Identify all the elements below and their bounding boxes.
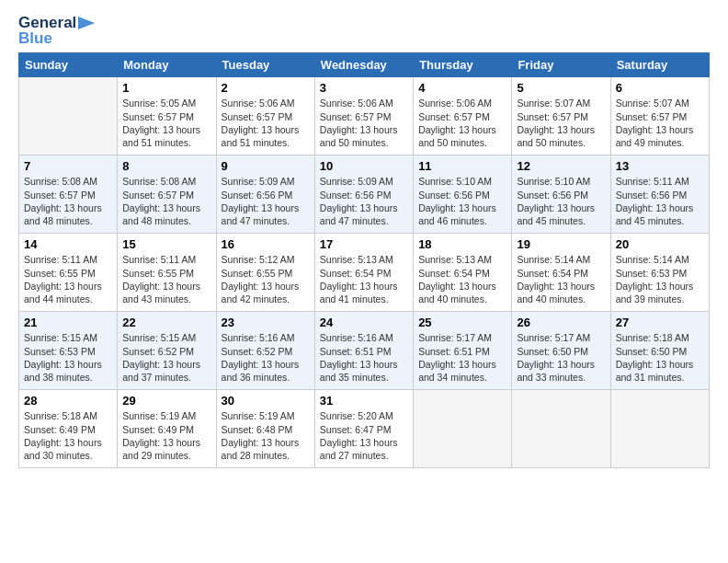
day-info: Sunrise: 5:08 AMSunset: 6:57 PMDaylight:…	[24, 175, 112, 227]
calendar-cell: 13Sunrise: 5:11 AMSunset: 6:56 PMDayligh…	[610, 155, 709, 234]
calendar-cell: 11Sunrise: 5:10 AMSunset: 6:56 PMDayligh…	[414, 155, 512, 234]
calendar-cell: 19Sunrise: 5:14 AMSunset: 6:54 PMDayligh…	[512, 234, 610, 312]
day-info: Sunrise: 5:13 AMSunset: 6:54 PMDaylight:…	[320, 253, 408, 305]
calendar-cell: 26Sunrise: 5:17 AMSunset: 6:50 PMDayligh…	[512, 312, 610, 390]
calendar-cell: 27Sunrise: 5:18 AMSunset: 6:50 PMDayligh…	[610, 312, 709, 390]
day-info: Sunrise: 5:11 AMSunset: 6:56 PMDaylight:…	[616, 175, 704, 227]
day-number: 30	[222, 394, 310, 408]
day-info: Sunrise: 5:09 AMSunset: 6:56 PMDaylight:…	[320, 175, 408, 227]
day-number: 17	[320, 237, 408, 251]
week-row: 1Sunrise: 5:05 AMSunset: 6:57 PMDaylight…	[19, 77, 710, 155]
day-number: 31	[320, 394, 408, 408]
day-info: Sunrise: 5:06 AMSunset: 6:57 PMDaylight:…	[418, 97, 506, 149]
calendar-cell: 25Sunrise: 5:17 AMSunset: 6:51 PMDayligh…	[414, 312, 512, 390]
day-number: 16	[222, 237, 310, 251]
calendar-cell: 16Sunrise: 5:12 AMSunset: 6:55 PMDayligh…	[216, 234, 314, 312]
day-info: Sunrise: 5:18 AMSunset: 6:49 PMDaylight:…	[24, 409, 112, 462]
day-number: 10	[320, 159, 408, 173]
day-number: 12	[517, 159, 605, 173]
day-number: 24	[320, 316, 408, 329]
day-info: Sunrise: 5:11 AMSunset: 6:55 PMDaylight:…	[24, 253, 112, 305]
day-number: 26	[517, 316, 605, 329]
weekday-header-row: SundayMondayTuesdayWednesdayThursdayFrid…	[19, 53, 710, 77]
day-number: 20	[616, 237, 704, 251]
day-info: Sunrise: 5:06 AMSunset: 6:57 PMDaylight:…	[222, 97, 310, 149]
logo-arrow-icon	[78, 17, 95, 29]
calendar-cell: 17Sunrise: 5:13 AMSunset: 6:54 PMDayligh…	[314, 234, 413, 312]
calendar-cell: 23Sunrise: 5:16 AMSunset: 6:52 PMDayligh…	[216, 312, 314, 390]
calendar-table: SundayMondayTuesdayWednesdayThursdayFrid…	[18, 52, 710, 468]
day-info: Sunrise: 5:10 AMSunset: 6:56 PMDaylight:…	[517, 175, 605, 227]
calendar-cell: 9Sunrise: 5:09 AMSunset: 6:56 PMDaylight…	[216, 155, 314, 234]
calendar-cell: 3Sunrise: 5:06 AMSunset: 6:57 PMDaylight…	[314, 77, 413, 155]
svg-marker-0	[78, 17, 95, 29]
calendar-cell: 7Sunrise: 5:08 AMSunset: 6:57 PMDaylight…	[19, 155, 118, 234]
calendar-cell: 20Sunrise: 5:14 AMSunset: 6:53 PMDayligh…	[610, 234, 709, 312]
day-info: Sunrise: 5:07 AMSunset: 6:57 PMDaylight:…	[616, 97, 704, 149]
day-info: Sunrise: 5:15 AMSunset: 6:52 PMDaylight:…	[122, 331, 210, 384]
weekday-header: Monday	[118, 53, 216, 77]
day-number: 29	[122, 394, 210, 408]
day-number: 8	[122, 159, 210, 173]
day-info: Sunrise: 5:14 AMSunset: 6:54 PMDaylight:…	[517, 253, 605, 305]
day-number: 22	[122, 316, 210, 329]
calendar-cell: 29Sunrise: 5:19 AMSunset: 6:49 PMDayligh…	[118, 390, 216, 468]
calendar-cell: 4Sunrise: 5:06 AMSunset: 6:57 PMDaylight…	[414, 77, 512, 155]
day-number: 13	[616, 159, 704, 173]
day-info: Sunrise: 5:12 AMSunset: 6:55 PMDaylight:…	[222, 253, 310, 305]
day-info: Sunrise: 5:13 AMSunset: 6:54 PMDaylight:…	[418, 253, 506, 305]
calendar-cell	[610, 390, 709, 468]
week-row: 28Sunrise: 5:18 AMSunset: 6:49 PMDayligh…	[19, 390, 710, 468]
day-info: Sunrise: 5:15 AMSunset: 6:53 PMDaylight:…	[24, 331, 112, 384]
calendar-cell: 1Sunrise: 5:05 AMSunset: 6:57 PMDaylight…	[118, 77, 216, 155]
calendar-cell: 2Sunrise: 5:06 AMSunset: 6:57 PMDaylight…	[216, 77, 314, 155]
logo-blue: Blue	[18, 30, 95, 48]
calendar-cell	[414, 390, 512, 468]
weekday-header: Thursday	[414, 53, 512, 77]
week-row: 14Sunrise: 5:11 AMSunset: 6:55 PMDayligh…	[19, 234, 710, 312]
calendar-cell: 10Sunrise: 5:09 AMSunset: 6:56 PMDayligh…	[314, 155, 413, 234]
weekday-header: Tuesday	[216, 53, 314, 77]
day-info: Sunrise: 5:17 AMSunset: 6:51 PMDaylight:…	[418, 331, 506, 384]
day-number: 2	[222, 81, 310, 95]
week-row: 21Sunrise: 5:15 AMSunset: 6:53 PMDayligh…	[19, 312, 710, 390]
week-row: 7Sunrise: 5:08 AMSunset: 6:57 PMDaylight…	[19, 155, 710, 234]
day-info: Sunrise: 5:09 AMSunset: 6:56 PMDaylight:…	[222, 175, 310, 227]
calendar-cell: 21Sunrise: 5:15 AMSunset: 6:53 PMDayligh…	[19, 312, 118, 390]
weekday-header: Sunday	[19, 53, 118, 77]
day-info: Sunrise: 5:14 AMSunset: 6:53 PMDaylight:…	[616, 253, 704, 305]
day-info: Sunrise: 5:16 AMSunset: 6:52 PMDaylight:…	[222, 331, 310, 384]
weekday-header: Saturday	[610, 53, 709, 77]
calendar-cell: 30Sunrise: 5:19 AMSunset: 6:48 PMDayligh…	[216, 390, 314, 468]
page-header: General Blue	[18, 15, 710, 47]
day-number: 7	[24, 159, 112, 173]
day-number: 18	[418, 237, 506, 251]
logo-brand: General Blue	[18, 15, 95, 47]
calendar-cell: 18Sunrise: 5:13 AMSunset: 6:54 PMDayligh…	[414, 234, 512, 312]
day-number: 9	[222, 159, 310, 173]
calendar-cell	[512, 390, 610, 468]
day-info: Sunrise: 5:19 AMSunset: 6:48 PMDaylight:…	[222, 409, 310, 462]
logo: General Blue	[18, 15, 95, 47]
calendar-cell: 22Sunrise: 5:15 AMSunset: 6:52 PMDayligh…	[118, 312, 216, 390]
day-number: 15	[122, 237, 210, 251]
day-number: 21	[24, 316, 112, 329]
day-info: Sunrise: 5:16 AMSunset: 6:51 PMDaylight:…	[320, 331, 408, 384]
day-info: Sunrise: 5:11 AMSunset: 6:55 PMDaylight:…	[122, 253, 210, 305]
calendar-cell: 24Sunrise: 5:16 AMSunset: 6:51 PMDayligh…	[314, 312, 413, 390]
day-info: Sunrise: 5:08 AMSunset: 6:57 PMDaylight:…	[122, 175, 210, 227]
calendar-cell: 6Sunrise: 5:07 AMSunset: 6:57 PMDaylight…	[610, 77, 709, 155]
day-info: Sunrise: 5:10 AMSunset: 6:56 PMDaylight:…	[418, 175, 506, 227]
day-number: 14	[24, 237, 112, 251]
calendar-cell: 28Sunrise: 5:18 AMSunset: 6:49 PMDayligh…	[19, 390, 118, 468]
day-number: 5	[517, 81, 605, 95]
calendar-cell	[19, 77, 118, 155]
day-number: 6	[616, 81, 704, 95]
day-number: 1	[122, 81, 210, 95]
day-number: 4	[418, 81, 506, 95]
day-number: 23	[222, 316, 310, 329]
day-number: 25	[418, 316, 506, 329]
day-info: Sunrise: 5:20 AMSunset: 6:47 PMDaylight:…	[320, 409, 408, 462]
day-info: Sunrise: 5:06 AMSunset: 6:57 PMDaylight:…	[320, 97, 408, 149]
day-number: 11	[418, 159, 506, 173]
